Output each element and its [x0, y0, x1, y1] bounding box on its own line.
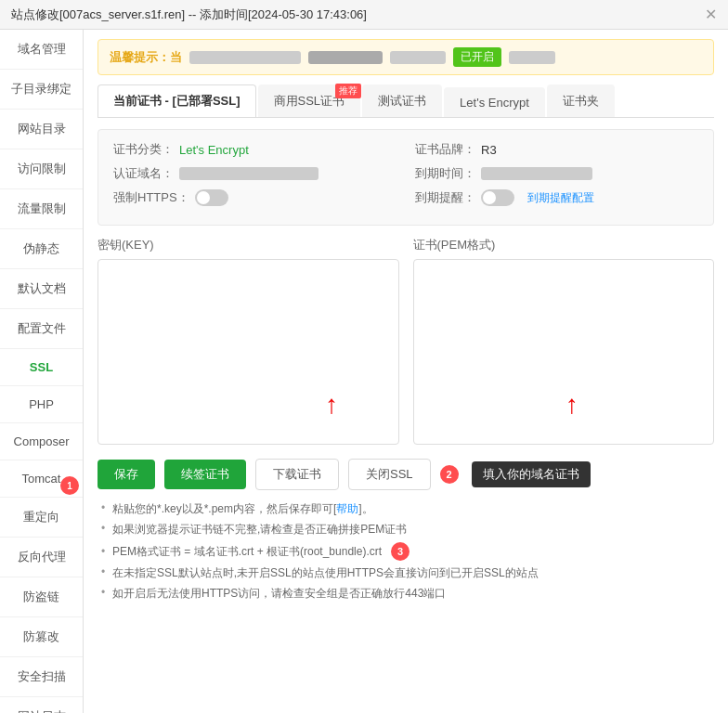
tab-commercial[interactable]: 商用SSL证书 推荐 — [258, 84, 361, 117]
remind-config-link[interactable]: 到期提醒配置 — [527, 190, 594, 206]
cert-remind-item: 到期提醒： 到期提醒配置 — [415, 189, 698, 206]
cert-brand-item: 证书品牌： R3 — [415, 141, 698, 158]
sidebar-item-log[interactable]: 网站日志 — [0, 697, 83, 713]
https-toggle-thumb — [197, 191, 210, 204]
cert-remind-label: 到期提醒： — [415, 189, 475, 206]
sidebar-item-access[interactable]: 访问限制 — [0, 149, 83, 189]
note-item-5: 如开启后无法使用HTTPS访问，请检查安全组是否正确放行443端口 — [98, 586, 714, 602]
buttons-row: 保存 续签证书 下载证书 关闭SSL 2 填入你的域名证书 — [98, 459, 714, 490]
cert-expiry-item: 到期时间： — [415, 165, 698, 182]
sidebar-item-reverse[interactable]: 反向代理 — [0, 538, 83, 577]
cert-expiry-label: 到期时间： — [415, 165, 475, 182]
warning-blurred-4 — [509, 51, 555, 64]
cert-type-label: 证书分类： — [113, 141, 174, 158]
tabs-container: 当前证书 - [已部署SSL] 商用SSL证书 推荐 测试证书 Let's En… — [98, 84, 714, 118]
sidebar-item-redirect[interactable]: 重定向 — [0, 498, 83, 538]
cert-brand-value: R3 — [481, 143, 497, 157]
closessl-button[interactable]: 关闭SSL — [348, 459, 431, 490]
cert-area-wrapper: 证书(PEM格式) — [413, 237, 715, 447]
arrow1-number: 1 — [60, 476, 79, 495]
sidebar-item-hotlink[interactable]: 防盗链 — [0, 577, 83, 617]
key-textarea[interactable] — [98, 259, 399, 445]
https-toggle[interactable] — [195, 189, 228, 206]
warning-banner: 温馨提示：当 已开启 — [98, 39, 714, 75]
sidebar-item-security[interactable]: 安全扫描 — [0, 657, 83, 697]
sidebar-item-composer[interactable]: Composer — [0, 423, 83, 460]
content-area: 温馨提示：当 已开启 当前证书 - [已部署SSL] 商用SSL证书 推荐 测试… — [84, 30, 728, 713]
cert-textarea[interactable] — [413, 259, 715, 445]
cert-areas: 密钥(KEY) 证书(PEM格式) ↑ ↑ — [98, 237, 714, 447]
sidebar: 域名管理 子目录绑定 网站目录 访问限制 流量限制 伪静态 默认文档 配置文件 … — [0, 30, 84, 713]
sidebar-item-subdir[interactable]: 子目录绑定 — [0, 70, 83, 110]
tab-letsencrypt[interactable]: Let's Encrypt — [444, 87, 545, 117]
note-item-1: 粘贴您的*.key以及*.pem内容，然后保存即可[帮助]。 — [98, 501, 714, 517]
cert-expiry-value — [481, 167, 592, 180]
sidebar-item-ssl[interactable]: SSL ← — [0, 349, 83, 386]
warning-label: 温馨提示：当 — [110, 49, 182, 66]
sidebar-item-flow[interactable]: 流量限制 — [0, 189, 83, 229]
warning-green-badge: 已开启 — [453, 47, 501, 67]
commercial-ribbon: 推荐 — [335, 84, 361, 98]
arrow2-number: 2 — [440, 465, 459, 484]
download-button[interactable]: 下载证书 — [255, 459, 339, 490]
key-area-wrapper: 密钥(KEY) — [98, 237, 399, 447]
help-link[interactable]: 帮助 — [336, 502, 358, 515]
warning-blurred-2 — [308, 51, 383, 64]
cert-info-section: 证书分类： Let's Encrypt 证书品牌： R3 认证域名： 到期时间： — [98, 129, 714, 226]
tooltip-container: 2 填入你的域名证书 — [440, 461, 591, 487]
remind-toggle[interactable] — [481, 189, 514, 206]
sidebar-item-tamper[interactable]: 防篡改 — [0, 617, 83, 657]
sidebar-item-tomcat[interactable]: Tomcat 1 — [0, 460, 83, 498]
title-bar: 站点修改[007acs_server.s1f.ren] -- 添加时间[2024… — [0, 0, 728, 30]
cert-type-item: 证书分类： Let's Encrypt — [113, 141, 396, 158]
cert-info-row-3: 强制HTTPS： 到期提醒： 到期提醒配置 — [113, 189, 698, 206]
https-toggle-track — [195, 189, 228, 206]
note-item-3: PEM格式证书 = 域名证书.crt + 根证书(root_bundle).cr… — [98, 542, 714, 561]
close-button[interactable]: ✕ — [705, 6, 717, 23]
cert-domain-value — [179, 167, 318, 180]
cert-info-row-2: 认证域名： 到期时间： — [113, 165, 698, 182]
cert-https-item: 强制HTTPS： — [113, 189, 396, 206]
remind-toggle-track — [481, 189, 514, 206]
sidebar-item-config[interactable]: 配置文件 — [0, 309, 83, 349]
cert-type-value: Let's Encrypt — [179, 143, 249, 157]
sidebar-item-default[interactable]: 默认文档 — [0, 269, 83, 309]
tab-test[interactable]: 测试证书 — [362, 84, 442, 117]
sidebar-item-webdir[interactable]: 网站目录 — [0, 110, 83, 149]
tab-vault[interactable]: 证书夹 — [547, 84, 615, 117]
cert-area-label: 证书(PEM格式) — [413, 237, 715, 253]
cert-https-label: 强制HTTPS： — [113, 189, 189, 206]
arrow3-number: 3 — [391, 542, 410, 561]
cert-domain-label: 认证域名： — [113, 165, 174, 182]
tooltip-badge: 填入你的域名证书 — [472, 461, 591, 487]
note-item-2: 如果浏览器提示证书链不完整,请检查是否正确拼接PEM证书 — [98, 522, 714, 538]
sidebar-item-php[interactable]: PHP — [0, 386, 83, 423]
window-title: 站点修改[007acs_server.s1f.ren] -- 添加时间[2024… — [11, 6, 367, 23]
tab-current[interactable]: 当前证书 - [已部署SSL] — [98, 84, 256, 117]
warning-blurred-1 — [189, 51, 301, 64]
save-button[interactable]: 保存 — [98, 460, 155, 489]
warning-blurred-3 — [390, 51, 446, 64]
sidebar-item-domain[interactable]: 域名管理 — [0, 30, 83, 70]
main-layout: 域名管理 子目录绑定 网站目录 访问限制 流量限制 伪静态 默认文档 配置文件 … — [0, 30, 728, 713]
cert-brand-label: 证书品牌： — [415, 141, 475, 158]
note-item-4: 在未指定SSL默认站点时,未开启SSL的站点使用HTTPS会直接访问到已开启SS… — [98, 565, 714, 581]
sidebar-item-static[interactable]: 伪静态 — [0, 229, 83, 269]
cert-info-row-1: 证书分类： Let's Encrypt 证书品牌： R3 — [113, 141, 698, 158]
cert-domain-item: 认证域名： — [113, 165, 396, 182]
remind-toggle-thumb — [483, 191, 496, 204]
notes-list: 粘贴您的*.key以及*.pem内容，然后保存即可[帮助]。 如果浏览器提示证书… — [98, 501, 714, 602]
key-area-label: 密钥(KEY) — [98, 237, 399, 253]
sign-button[interactable]: 续签证书 — [164, 460, 246, 489]
